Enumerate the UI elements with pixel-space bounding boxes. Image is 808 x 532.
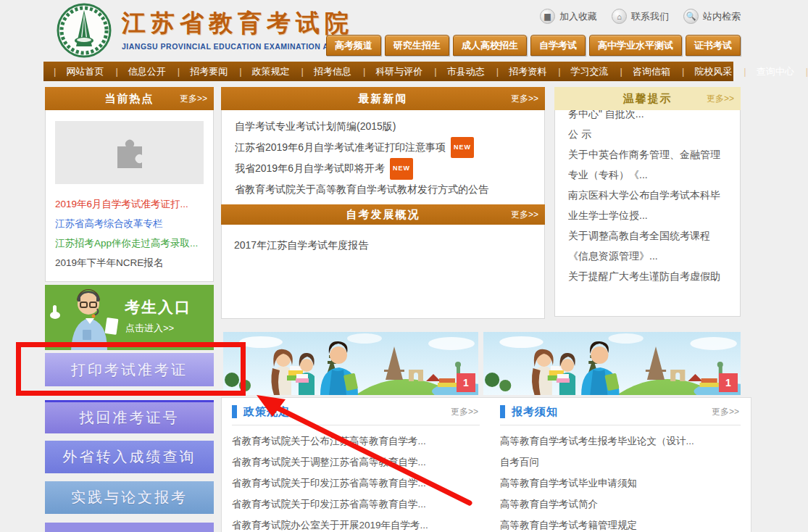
operator-illustration [45, 285, 126, 350]
news-link[interactable]: 我省2019年6月自学考试即将开考NEW [235, 158, 534, 180]
nav-item-discipline-complaint[interactable]: 纪检监察投诉举报 [800, 65, 808, 78]
hot-topics-title: 当前热点 [105, 92, 154, 106]
policy-list: 省教育考试院关于公布江苏高等教育自学考... 省教育考试院关于调整江苏省高等教育… [232, 425, 480, 532]
hot-topics-more-link[interactable]: 更多>> [180, 93, 207, 105]
nav-item-materials[interactable]: 招考资料 [491, 65, 552, 78]
add-favorite-label: 加入收藏 [559, 10, 597, 23]
tab-certificate-exam[interactable]: 证书考试 [686, 35, 741, 56]
latest-news-more-link[interactable]: 更多>> [511, 93, 538, 105]
nav-item-city-news[interactable]: 市县动态 [428, 65, 490, 78]
news-link[interactable]: 省教育考试院关于高等教育自学考试教材发行方式的公告 [235, 180, 534, 200]
policy-header: 政策规定 更多>> [232, 403, 480, 420]
nav-item-query-center[interactable]: 查询中心 [738, 65, 799, 78]
tips-line[interactable]: 务中心" 自批次... [568, 110, 734, 124]
tips-more-link[interactable]: 更多>> [707, 93, 734, 105]
candidate-entrance-cta: 点击进入>> [125, 322, 174, 335]
pagination-badge[interactable]: 1 [719, 373, 738, 392]
tips-line[interactable]: 南京医科大学公布自学考试本科毕 [568, 185, 734, 205]
blue-tick-icon [500, 405, 505, 418]
nav-item-learning-exchange[interactable]: 学习交流 [552, 65, 614, 78]
policy-more-link[interactable]: 更多>> [451, 406, 478, 418]
nav-item-college-showcase[interactable]: 院校风采 [676, 65, 738, 78]
pagination-badge[interactable]: 1 [457, 373, 475, 392]
policy-link[interactable]: 省教育考试院办公室关于开展2019年自学考... [232, 515, 480, 532]
nav-item-inquiry-mailbox[interactable]: 咨询信箱 [615, 65, 676, 78]
main-nav: 网站首页 信息公开 招考要闻 政策规定 招考信息 科研与评价 市县动态 招考资料… [43, 62, 733, 81]
notice-more-link[interactable]: 更多>> [712, 406, 739, 418]
notice-link[interactable]: 高等教育自学考试毕业申请须知 [500, 473, 741, 494]
home-icon: ⌂ [612, 9, 627, 24]
tab-academic-level-test[interactable]: 高中学业水平测试 [589, 35, 682, 56]
hot-link-ncre[interactable]: 2019年下半年NCRE报名 [55, 253, 207, 273]
latest-news-list: 自学考试专业考试计划简编(2015版) 江苏省2019年6月自学考试准考证打印注… [222, 110, 544, 199]
tab-gaokao-channel[interactable]: 高考频道 [326, 35, 381, 56]
hot-link-app[interactable]: 江苏招考App伴你走过高考录取... [55, 233, 207, 253]
students-banner-image [223, 332, 478, 395]
contact-us-link[interactable]: ⌂ 联系我们 [612, 9, 669, 24]
hot-link-gaokao-reform[interactable]: 江苏省高考综合改革专栏 [55, 214, 207, 233]
students-banner-1[interactable]: 1 [223, 332, 478, 395]
notice-section: 报考须知 更多>> 高等教育自学考试考生报考毕业论文（设计... 自考百问 高等… [500, 403, 741, 532]
nav-item-admission-info[interactable]: 招考信息 [296, 65, 357, 78]
policy-title: 政策规定 [243, 405, 290, 419]
hot-topics-panel: 2019年6月自学考试准考证打... 江苏省高考综合改革专栏 江苏招考App伴你… [45, 110, 214, 282]
partial-side-button[interactable] [45, 523, 214, 532]
hot-link-print-ticket[interactable]: 2019年6月自学考试准考证打... [55, 194, 207, 214]
policy-section: 政策规定 更多>> 省教育考试院关于公布江苏高等教育自学考... 省教育考试院关… [232, 403, 480, 532]
tips-line[interactable]: 关于调整高教自考全国统考课程 [568, 225, 734, 246]
tab-adult-college[interactable]: 成人高校招生 [453, 35, 527, 56]
tips-line[interactable]: 公 示 [568, 124, 734, 144]
latest-news-header: 最新新闻 更多>> [221, 87, 545, 110]
search-icon: 🔍 [683, 9, 699, 24]
news-link[interactable]: 自学考试专业考试计划简编(2015版) [235, 117, 534, 137]
policy-link[interactable]: 省教育考试院关于印发江苏省高等教育自学... [232, 494, 480, 515]
print-admission-ticket-button[interactable]: 打印考试准考证 [45, 353, 214, 386]
new-badge: NEW [390, 158, 413, 180]
tips-list: 务中心" 自批次... 公 示 关于中英合作商务管理、金融管理 专业（专科）《.… [555, 110, 740, 286]
authority-logo-icon [57, 3, 112, 58]
candidate-entrance-title: 考生入口 [125, 297, 191, 317]
practice-thesis-register-button[interactable]: 实践与论文报考 [45, 481, 214, 514]
site-search-label: 站内检索 [703, 10, 741, 23]
policy-link[interactable]: 省教育考试院关于印发江苏省高等教育自学... [232, 473, 480, 494]
transfer-score-query-button[interactable]: 外省转入成绩查询 [45, 441, 214, 473]
retrieve-ticket-number-button[interactable]: 找回准考证号 [45, 400, 214, 433]
tips-line[interactable]: 《信息资源管理》... [568, 246, 734, 266]
tips-panel: 务中心" 自批次... 公 示 关于中英合作商务管理、金融管理 专业（专科）《.… [554, 110, 741, 317]
notice-link[interactable]: 自考百问 [500, 452, 741, 473]
blue-tick-icon [232, 405, 237, 418]
notice-link[interactable]: 高等教育自学考试简介 [500, 494, 741, 515]
nav-item-policy[interactable]: 政策规定 [233, 65, 295, 78]
news-link[interactable]: 江苏省2019年6月自学考试准考证打印注意事项NEW [235, 137, 534, 159]
news-link-text: 省教育考试院关于高等教育自学考试教材发行方式的公告 [235, 183, 488, 195]
site-search-link[interactable]: 🔍 站内检索 [683, 9, 741, 24]
candidate-entrance-banner[interactable]: 考生入口 点击进入>> [45, 285, 214, 350]
nav-item-home[interactable]: 网站首页 [48, 65, 109, 78]
policy-link[interactable]: 省教育考试院关于调整江苏省高等教育自学... [232, 452, 480, 473]
tips-line[interactable]: 业生学士学位授... [568, 205, 734, 225]
latest-news-title: 最新新闻 [359, 92, 408, 106]
notice-title: 报考须知 [512, 405, 558, 419]
puzzle-piece-icon [112, 136, 148, 170]
contact-us-label: 联系我们 [631, 10, 669, 23]
overview-list: 2017年江苏自学考试年度报告 [221, 229, 545, 256]
policy-link[interactable]: 省教育考试院关于公布江苏高等教育自学考... [232, 431, 480, 452]
image-placeholder [55, 121, 204, 184]
tips-line[interactable]: 关于提醒广大考生谨防自考虚假助 [568, 266, 734, 286]
notice-link[interactable]: 高等教育自学考试考生报考毕业论文（设计... [500, 431, 741, 452]
new-badge: NEW [451, 137, 474, 159]
self-exam-overview-more-link[interactable]: 更多>> [511, 209, 538, 221]
tips-title: 温馨提示 [623, 92, 672, 106]
add-favorite-link[interactable]: ▆ 加入收藏 [540, 9, 597, 24]
tab-self-study-exam[interactable]: 自学考试 [530, 35, 586, 56]
tips-line[interactable]: 专业（专科）《... [568, 165, 734, 185]
tab-graduate-admission[interactable]: 研究生招生 [385, 35, 449, 56]
nav-item-research-evaluation[interactable]: 科研与评价 [357, 65, 428, 78]
folder-icon: ▆ [540, 9, 555, 24]
overview-link-annual-report[interactable]: 2017年江苏自学考试年度报告 [234, 236, 535, 256]
notice-link[interactable]: 高等教育自学考试考籍管理规定 [500, 515, 741, 532]
nav-item-admission-news[interactable]: 招考要闻 [172, 65, 233, 78]
students-banner-2[interactable]: 1 [483, 332, 741, 395]
nav-item-info-disclosure[interactable]: 信息公开 [109, 65, 171, 78]
tips-line[interactable]: 关于中英合作商务管理、金融管理 [568, 144, 734, 165]
